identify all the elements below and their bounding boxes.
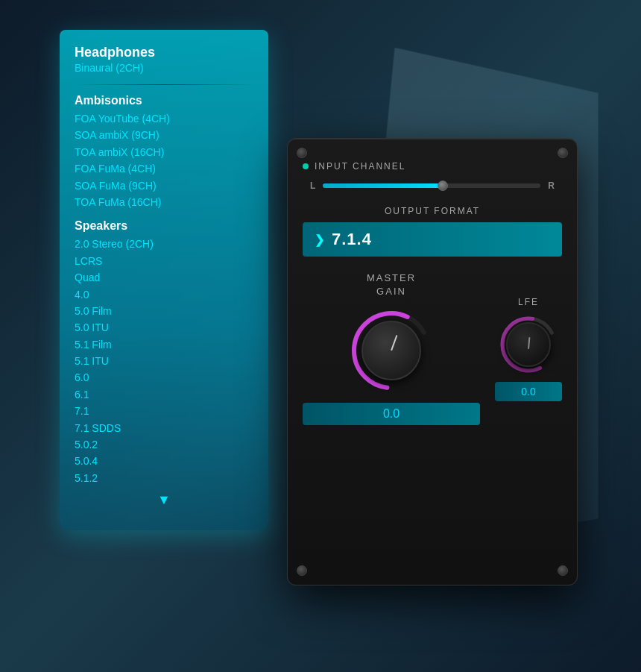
- menu-item-lcrs[interactable]: LCRS: [75, 253, 253, 269]
- menu-item-toa-ambix[interactable]: TOA ambiX (16CH): [75, 144, 253, 160]
- menu-item-5-0-itu[interactable]: 5.0 ITU: [75, 319, 253, 336]
- menu-item-5-0-4[interactable]: 5.0.4: [75, 453, 253, 469]
- input-channel-slider-container: L R: [303, 180, 562, 191]
- screw-bottom-right: [558, 565, 568, 576]
- master-gain-value[interactable]: 0.0: [303, 403, 480, 425]
- output-format-value: 7.1.4: [332, 230, 372, 249]
- master-gain-label: MASTERGAIN: [303, 271, 480, 298]
- menu-item-4-0[interactable]: 4.0: [75, 286, 253, 303]
- lfe-knob-indicator: [528, 337, 530, 349]
- lfe-value[interactable]: 0.0: [495, 382, 562, 401]
- menu-item-5-0-film[interactable]: 5.0 Film: [75, 303, 253, 319]
- headphones-subtitle[interactable]: Binaural (2CH): [75, 62, 253, 74]
- input-channel-slider[interactable]: [323, 183, 540, 188]
- screw-bottom-left: [297, 565, 307, 576]
- menu-item-foa-fuma[interactable]: FOA FuMa (4CH): [75, 160, 253, 177]
- input-channel-indicator: [303, 163, 309, 169]
- menu-item-soa-ambix[interactable]: SOA ambiX (9CH): [75, 127, 253, 143]
- menu-item-toa-fuma[interactable]: TOA FuMa (16CH): [75, 194, 253, 210]
- lfe-section: LFE 0.0: [495, 271, 562, 401]
- menu-item-stereo[interactable]: 2.0 Stereo (2CH): [75, 236, 253, 252]
- gain-section: MASTERGAIN 0.0 LFE: [303, 271, 562, 425]
- output-format-display[interactable]: ❯ 7.1.4: [303, 222, 562, 257]
- menu-item-5-1-2[interactable]: 5.1.2: [75, 470, 253, 486]
- menu-item-6-0[interactable]: 6.0: [75, 369, 253, 386]
- input-channel-label: INPUT CHANNEL: [315, 161, 405, 172]
- output-format-arrow: ❯: [315, 233, 324, 247]
- menu-item-foa-youtube[interactable]: FOA YouTube (4CH): [75, 110, 253, 127]
- separator-1: [75, 84, 253, 85]
- scroll-down-arrow[interactable]: ▼: [75, 492, 253, 508]
- slider-left-label: L: [310, 180, 315, 191]
- menu-item-soa-fuma[interactable]: SOA FuMa (9CH): [75, 178, 253, 194]
- input-channel-section: INPUT CHANNEL: [303, 161, 562, 172]
- screw-top-right: [558, 148, 568, 158]
- menu-item-quad[interactable]: Quad: [75, 269, 253, 286]
- lfe-knob-body: [506, 322, 551, 367]
- menu-item-5-0-2[interactable]: 5.0.2: [75, 436, 253, 453]
- slider-thumb[interactable]: [438, 180, 448, 191]
- master-gain-knob-body: [361, 321, 421, 380]
- menu-item-7-1[interactable]: 7.1: [75, 403, 253, 419]
- master-gain-knob-indicator: [391, 335, 397, 351]
- slider-fill: [323, 183, 443, 188]
- master-gain-knob[interactable]: [347, 306, 436, 395]
- menu-item-5-1-film[interactable]: 5.1 Film: [75, 336, 253, 353]
- dropdown-panel: Headphones Binaural (2CH) Ambisonics FOA…: [60, 30, 268, 530]
- slider-right-label: R: [548, 180, 555, 191]
- master-gain-section: MASTERGAIN 0.0: [303, 271, 480, 425]
- headphones-title: Headphones: [75, 45, 253, 60]
- plugin-panel: INPUT CHANNEL L R OUTPUT FORMAT ❯ 7.1.4 …: [287, 138, 578, 585]
- lfe-label: LFE: [495, 297, 562, 307]
- ambisonics-header: Ambisonics: [75, 94, 253, 107]
- speakers-header: Speakers: [75, 219, 253, 233]
- lfe-knob[interactable]: [499, 315, 558, 374]
- menu-item-7-1-sdds[interactable]: 7.1 SDDS: [75, 420, 253, 436]
- menu-item-5-1-itu[interactable]: 5.1 ITU: [75, 353, 253, 369]
- menu-item-6-1[interactable]: 6.1: [75, 386, 253, 403]
- output-format-label: OUTPUT FORMAT: [303, 206, 562, 216]
- screw-top-left: [297, 148, 307, 158]
